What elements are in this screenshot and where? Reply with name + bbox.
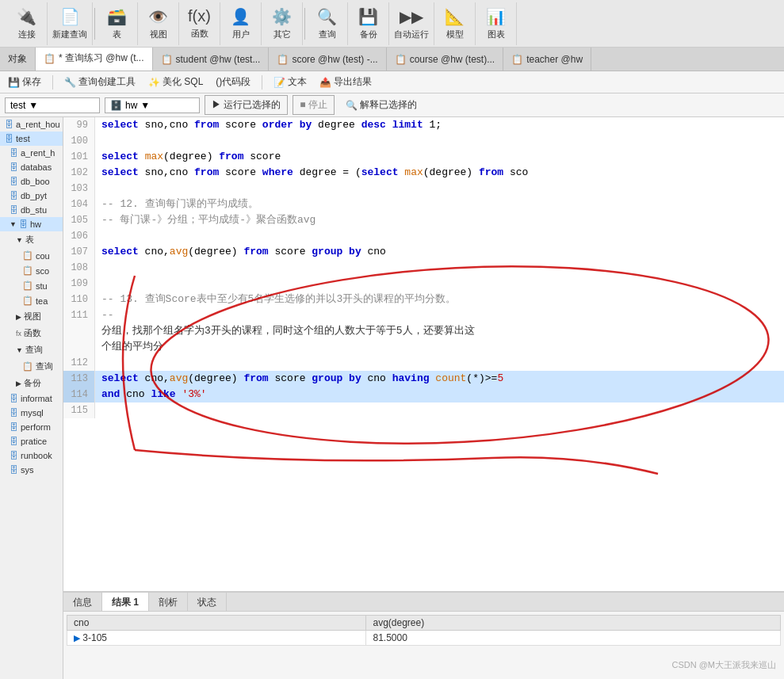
results-tab-profile[interactable]: 剖析 xyxy=(149,593,188,611)
results-content: cno avg(degree) ▶ 3-105 81.5000 xyxy=(63,612,784,649)
export-button[interactable]: 📤 导出结果 xyxy=(316,74,375,90)
sidebar-item-tea[interactable]: 📋 tea xyxy=(0,293,63,308)
db-dropdown[interactable]: test ▼ xyxy=(5,97,100,113)
sidebar-item-db-pyt[interactable]: 🗄 db_pyt xyxy=(0,189,63,203)
model-button[interactable]: 📐 模型 xyxy=(434,2,476,45)
explain-button[interactable]: 🔍 解释已选择的 xyxy=(339,96,423,114)
code-line-108: 108 xyxy=(63,260,784,276)
model-label: 模型 xyxy=(446,29,464,40)
tab-student[interactable]: 📋 student @hw (test... xyxy=(153,48,270,71)
col-avg-degree: avg(degree) xyxy=(366,616,781,631)
new-query-icon: 📄 xyxy=(60,7,80,26)
editor-area: 99 select sno,cno from score order by de… xyxy=(63,117,784,679)
code-snippet-button[interactable]: ()代码段 xyxy=(212,74,254,90)
results-table: cno avg(degree) ▶ 3-105 81.5000 xyxy=(67,615,781,646)
sidebar-item-a-rent-hou[interactable]: 🗄 a_rent_hou xyxy=(0,117,63,132)
line-num: 105 xyxy=(63,212,95,228)
top-toolbar: 🔌 连接 📄 新建查询 🗃️ 表 👁️ 视图 f(x) 函数 👤 用户 ⚙️ 其… xyxy=(0,0,784,48)
table-icon: 📋 xyxy=(22,280,33,291)
table-icon: 📋 xyxy=(22,296,33,306)
chart-button[interactable]: 📊 图表 xyxy=(476,2,517,45)
sidebar-item-runbook[interactable]: 🗄 runbook xyxy=(0,448,63,463)
save-button[interactable]: 💾 保存 xyxy=(5,74,44,90)
new-query-label: 新建查询 xyxy=(52,29,87,40)
line-num xyxy=(63,323,95,339)
sidebar-label: informat xyxy=(21,394,52,403)
db-icon: 🗄 xyxy=(5,134,13,143)
db-icon: 🗄 xyxy=(10,394,18,403)
sidebar-item-informat[interactable]: 🗄 informat xyxy=(0,391,63,406)
line-content xyxy=(95,181,101,196)
sidebar-label: db_pyt xyxy=(21,191,47,200)
new-query-button[interactable]: 📄 新建查询 xyxy=(48,2,93,45)
sidebar-item-cou[interactable]: 📋 cou xyxy=(0,248,63,263)
sidebar-item-test[interactable]: 🗄 test xyxy=(0,132,63,146)
tab-course-label: course @hw (test)... xyxy=(410,54,495,65)
sidebar-item-sys[interactable]: 🗄 sys xyxy=(0,463,63,477)
sidebar-item-query[interactable]: 📋 查询 xyxy=(0,358,63,375)
sidebar-label: hw xyxy=(30,219,41,229)
results-tab-status[interactable]: 状态 xyxy=(188,593,227,611)
sidebar-item-db-stu[interactable]: 🗄 db_stu xyxy=(0,203,63,217)
code-line-114: 114 and cno like '3%' xyxy=(63,387,784,402)
query-builder-label: 查询创建工具 xyxy=(78,75,136,89)
watermark-text: CSDN @M大王派我来巡山 xyxy=(671,660,776,669)
auto-run-button[interactable]: ▶▶ 自动运行 xyxy=(389,2,434,45)
tab-teacher[interactable]: 📋 teacher @hw xyxy=(503,48,591,71)
db-icon: 🗄 xyxy=(10,465,18,475)
backup-button[interactable]: 💾 备份 xyxy=(348,2,389,45)
text-icon: 📝 xyxy=(273,77,285,88)
sidebar-item-stu[interactable]: 📋 stu xyxy=(0,278,63,293)
other-button[interactable]: ⚙️ 其它 xyxy=(262,2,303,45)
sidebar-item-perform[interactable]: 🗄 perform xyxy=(0,420,63,434)
db-value: test xyxy=(10,100,25,111)
view-button[interactable]: 👁️ 视图 xyxy=(138,2,179,45)
expand-icon: ▼ xyxy=(16,236,23,244)
tab-score[interactable]: 📋 score @hw (test) -... xyxy=(269,48,386,71)
sidebar-item-db-boo[interactable]: 🗄 db_boo xyxy=(0,174,63,189)
db-dropdown-arrow: ▼ xyxy=(29,100,38,111)
results-tab-info[interactable]: 信息 xyxy=(63,593,102,611)
query-builder-button[interactable]: 🔧 查询创建工具 xyxy=(61,74,139,90)
function-button[interactable]: f(x) 函数 xyxy=(179,2,220,45)
stop-button[interactable]: ■ 停止 xyxy=(293,95,335,115)
beautify-icon: ✨ xyxy=(148,77,160,88)
sidebar-item-mysql[interactable]: 🗄 mysql xyxy=(0,406,63,420)
sidebar-item-pratice[interactable]: 🗄 pratice xyxy=(0,434,63,448)
sidebar-item-a-rent-h[interactable]: 🗄 a_rent_h xyxy=(0,146,63,160)
user-label: 用户 xyxy=(232,29,250,40)
line-num: 111 xyxy=(63,307,95,323)
text-button[interactable]: 📝 文本 xyxy=(270,74,310,90)
connect-button[interactable]: 🔌 连接 xyxy=(6,2,48,45)
tab-score-label: score @hw (test) -... xyxy=(292,54,377,65)
tab-course[interactable]: 📋 course @hw (test)... xyxy=(387,48,504,71)
sidebar-label: sco xyxy=(36,266,49,276)
line-content: -- 12. 查询每门课的平均成绩。 xyxy=(95,196,258,212)
tab-query-label: * 查询练习 @hw (t... xyxy=(59,51,144,65)
expand-icon: ▼ xyxy=(10,220,17,228)
sidebar-label: runbook xyxy=(21,451,52,460)
schema-value: hw xyxy=(125,100,137,111)
run-button[interactable]: ▶ 运行已选择的 xyxy=(205,95,288,115)
db-icon: 🗄 xyxy=(10,408,18,418)
user-button[interactable]: 👤 用户 xyxy=(220,2,262,45)
expand-icon: fx xyxy=(16,330,21,338)
line-content: select sno,cno from score order by degre… xyxy=(95,117,442,133)
db-icon: 🗄 xyxy=(10,205,18,215)
results-tab-result1[interactable]: 结果 1 xyxy=(102,593,149,611)
table-button[interactable]: 🗃️ 表 xyxy=(97,2,138,45)
sidebar-item-sco[interactable]: 📋 sco xyxy=(0,263,63,278)
sidebar-item-hw[interactable]: ▼ 🗄 hw xyxy=(0,217,63,231)
code-editor[interactable]: 99 select sno,cno from score order by de… xyxy=(63,117,784,592)
query-button[interactable]: 🔍 查询 xyxy=(307,2,348,45)
sidebar-label: sys xyxy=(21,465,34,475)
beautify-button[interactable]: ✨ 美化 SQL xyxy=(145,74,206,90)
action-sep-2 xyxy=(262,75,262,90)
sidebar-item-databas[interactable]: 🗄 databas xyxy=(0,160,63,174)
stop-label: ■ 停止 xyxy=(300,98,327,112)
tab-object[interactable]: 对象 xyxy=(0,48,36,71)
line-content xyxy=(95,133,101,149)
db-icon: 🗄 xyxy=(10,177,18,186)
tab-query[interactable]: 📋 * 查询练习 @hw (t... xyxy=(36,48,153,71)
schema-dropdown[interactable]: 🗄️ hw ▼ xyxy=(105,97,200,113)
